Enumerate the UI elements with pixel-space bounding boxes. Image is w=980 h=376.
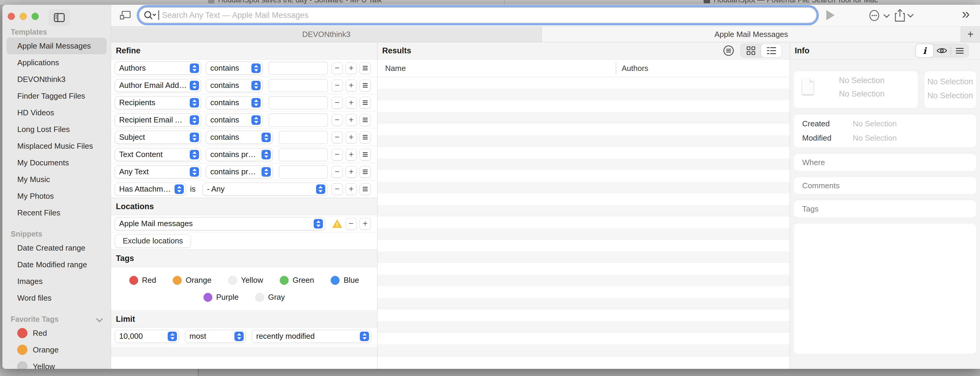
search-scope-icon[interactable] [143,10,157,22]
add-criterion-button[interactable]: + [345,114,357,126]
criterion-value-input[interactable] [269,62,328,75]
add-tab-button[interactable]: + [961,27,980,42]
run-search-button[interactable] [826,10,835,20]
criterion-options-button[interactable] [360,183,371,195]
limit-count-dropdown[interactable]: 10,000 [115,330,179,343]
sidebar-item-misplaced-music-files[interactable]: Misplaced Music Files [6,138,107,155]
criterion-value-input[interactable] [279,131,328,144]
remove-criterion-button[interactable]: − [331,62,343,74]
tag-green[interactable]: Green [280,276,314,285]
operator-dropdown[interactable]: contains prefixes [206,148,273,161]
operator-dropdown[interactable]: contains [206,113,263,127]
attribute-dropdown[interactable]: Has Attachment [115,183,186,196]
operator-dropdown[interactable]: contains [206,62,263,75]
remove-criterion-button[interactable]: − [331,131,343,143]
value-dropdown[interactable]: - Any [202,183,327,196]
attribute-dropdown[interactable]: Text Content [115,148,201,161]
sidebar-item-images[interactable]: Images [6,273,107,290]
add-criterion-button[interactable]: + [345,62,357,74]
add-criterion-button[interactable]: + [345,149,357,161]
attribute-dropdown[interactable]: Any Text [115,166,201,178]
attributes-list-button[interactable] [951,44,968,57]
remove-criterion-button[interactable]: − [331,166,343,178]
limit-order-dropdown[interactable]: recently modified [252,330,371,343]
remove-criterion-button[interactable]: − [331,149,343,161]
sidebar-item-orange[interactable]: Orange [6,341,107,358]
criterion-value-input[interactable] [279,148,328,161]
criterion-value-input[interactable] [279,166,328,178]
remove-criterion-button[interactable]: − [331,183,343,195]
attribute-dropdown[interactable]: Recipient Email Addre… [115,113,201,127]
criterion-value-input[interactable] [269,96,328,109]
preview-tab-button[interactable] [933,44,950,57]
criterion-options-button[interactable] [360,62,371,74]
add-criterion-button[interactable]: + [345,97,357,109]
attribute-dropdown[interactable]: Recipients [115,96,201,109]
sidebar-item-red[interactable]: Red [6,325,107,341]
sidebar-item-my-documents[interactable]: My Documents [6,155,107,171]
attribute-dropdown[interactable]: Subject [115,131,201,144]
add-criterion-button[interactable]: + [345,183,357,195]
list-view-button[interactable] [761,44,782,57]
sidebar-item-applications[interactable]: Applications [6,54,107,71]
tag-yellow[interactable]: Yellow [228,276,263,285]
tag-orange[interactable]: Orange [173,276,212,285]
operator-dropdown[interactable]: contains [206,79,263,92]
add-criterion-button[interactable]: + [345,131,357,143]
search-field[interactable] [139,7,817,23]
tag-red[interactable]: Red [129,276,156,285]
warning-icon[interactable] [332,219,342,228]
search-input[interactable] [161,9,809,22]
zoom-window-button[interactable] [32,13,39,20]
column-divider[interactable] [616,62,616,74]
filter-results-button[interactable] [722,44,735,57]
add-criterion-button[interactable]: + [360,218,371,230]
criterion-options-button[interactable] [360,80,371,91]
actions-menu-button[interactable] [868,9,889,22]
location-dropdown[interactable]: Apple Mail messages [115,217,325,230]
attribute-dropdown[interactable]: Authors [115,62,201,75]
tag-purple[interactable]: Purple [204,293,239,302]
sidebar-item-my-photos[interactable]: My Photos [6,188,107,204]
sidebar-item-finder-tagged-files[interactable]: Finder Tagged Files [6,88,107,104]
grid-view-button[interactable] [740,44,761,57]
remove-criterion-button[interactable]: − [345,218,357,230]
tab-apple-mail-messages[interactable]: Apple Mail Messages [542,27,961,42]
operator-dropdown[interactable]: contains [206,96,263,109]
detach-search-button[interactable] [119,9,131,21]
criterion-options-button[interactable] [360,114,371,126]
sidebar-item-long-lost-files[interactable]: Long Lost Files [6,121,107,138]
share-menu-button[interactable] [894,8,913,22]
tag-blue[interactable]: Blue [331,276,359,285]
remove-criterion-button[interactable]: − [331,114,343,126]
info-tab-button[interactable]: i [916,44,933,57]
exclude-locations-button[interactable]: Exclude locations [115,234,191,248]
operator-dropdown[interactable]: contains [206,131,273,144]
chevron-down-icon[interactable] [96,315,103,322]
sidebar-item-date-created-range[interactable]: Date Created range [6,239,107,256]
sidebar-item-hd-videos[interactable]: HD Videos [6,104,107,121]
column-header-name[interactable]: Name [385,64,406,73]
tab-devonthink3[interactable]: DEVONthink3 [111,27,542,42]
sidebar-item-devonthink3[interactable]: DEVONthink3 [6,71,107,88]
criterion-options-button[interactable] [360,166,371,178]
close-window-button[interactable] [8,13,15,20]
sidebar-item-yellow[interactable]: Yellow [6,358,107,369]
criterion-options-button[interactable] [360,97,371,109]
criterion-options-button[interactable] [360,149,371,161]
overflow-toolbar-button[interactable]: » [962,5,970,22]
criterion-options-button[interactable] [360,131,371,143]
remove-criterion-button[interactable]: − [331,80,343,91]
operator-dropdown[interactable]: contains prefixes [206,166,273,178]
column-header-authors[interactable]: Authors [622,64,649,73]
sidebar-item-recent-files[interactable]: Recent Files [6,204,107,221]
tag-gray[interactable]: Gray [255,293,285,302]
add-criterion-button[interactable]: + [345,166,357,178]
minimize-window-button[interactable] [20,13,27,20]
limit-quantifier-dropdown[interactable]: most [185,330,246,343]
add-criterion-button[interactable]: + [345,80,357,91]
sidebar-item-apple-mail-messages[interactable]: Apple Mail Messages [6,38,107,54]
sidebar-item-my-music[interactable]: My Music [6,171,107,188]
toggle-sidebar-button[interactable] [49,9,70,26]
attribute-dropdown[interactable]: Author Email Addresses [115,79,201,92]
